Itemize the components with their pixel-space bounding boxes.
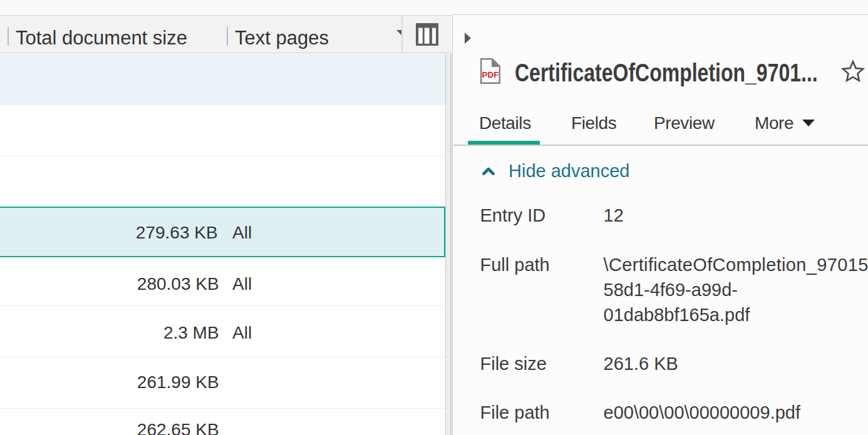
svg-text:PDF: PDF xyxy=(482,70,499,79)
